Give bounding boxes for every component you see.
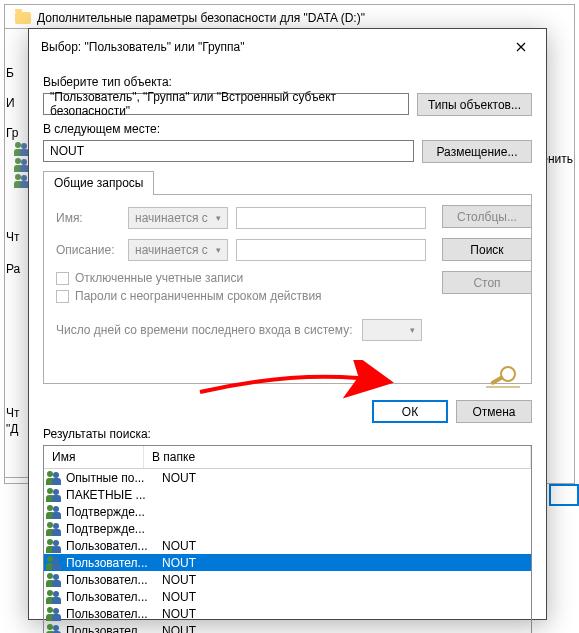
group-icon [46, 573, 62, 587]
group-icon [46, 522, 62, 536]
column-folder-header[interactable]: В папке [144, 446, 531, 468]
group-icon [46, 539, 62, 553]
stop-button[interactable]: Стоп [442, 271, 532, 294]
columns-button[interactable]: Столбцы... [442, 205, 532, 228]
row-name: Пользовател... [66, 539, 162, 553]
results-row[interactable]: Пользовател...NOUT [44, 588, 531, 605]
group-icon [46, 624, 62, 634]
location-button[interactable]: Размещение... [422, 140, 532, 163]
search-decoration-icon [486, 365, 520, 389]
row-folder: NOUT [162, 590, 529, 604]
results-header[interactable]: Имя В папке [44, 446, 531, 469]
results-row[interactable]: ПАКЕТНЫЕ ... [44, 486, 531, 503]
bg-ok-button-fragment [549, 484, 579, 506]
results-row[interactable]: Пользовател...NOUT [44, 571, 531, 588]
group-icon [46, 556, 62, 570]
column-name-header[interactable]: Имя [44, 446, 144, 468]
results-row[interactable]: Пользовател...NOUT [44, 622, 531, 633]
row-folder: NOUT [162, 539, 529, 553]
group-icon [46, 607, 62, 621]
row-folder: NOUT [162, 607, 529, 621]
row-folder: NOUT [162, 624, 529, 634]
description-input[interactable] [236, 239, 426, 261]
row-name: Пользовател... [66, 590, 162, 604]
row-name: Пользовател... [66, 624, 162, 634]
bg-text: Ра [6, 262, 20, 276]
svg-point-0 [501, 367, 515, 381]
name-label: Имя: [56, 211, 120, 225]
days-since-login-label: Число дней со времени последнего входа в… [56, 323, 352, 337]
group-icon [46, 488, 62, 502]
row-name: Пользовател... [66, 556, 162, 570]
dialog-title: Выбор: "Пользователь" или "Группа" [41, 40, 245, 54]
svg-rect-1 [490, 375, 504, 385]
bg-text: Чт [6, 230, 20, 244]
row-name: Подтвержде... [66, 505, 162, 519]
find-now-button[interactable]: Поиск [442, 238, 532, 261]
ok-button[interactable]: ОК [372, 400, 448, 423]
row-name: Пользовател... [66, 607, 162, 621]
results-row[interactable]: Опытные по...NOUT [44, 469, 531, 486]
description-label: Описание: [56, 243, 120, 257]
bg-text: Чт [6, 406, 20, 420]
results-row[interactable]: Пользовател...NOUT [44, 554, 531, 571]
group-icon [46, 590, 62, 604]
description-match-combo[interactable]: начинается с ▾ [128, 239, 228, 261]
object-types-button[interactable]: Типы объектов... [417, 93, 532, 116]
disabled-accounts-checkbox[interactable] [56, 272, 69, 285]
nonexpiring-pwd-label: Пароли с неограниченным сроком действия [75, 289, 322, 303]
name-match-combo[interactable]: начинается с ▾ [128, 207, 228, 229]
row-folder: NOUT [162, 573, 529, 587]
select-user-group-dialog: Выбор: "Пользователь" или "Группа" Выбер… [28, 28, 547, 620]
group-icon [46, 505, 62, 519]
row-folder: NOUT [162, 556, 529, 570]
row-name: Пользовател... [66, 573, 162, 587]
disabled-accounts-label: Отключенные учетные записи [75, 271, 243, 285]
bg-text: Гр [6, 126, 19, 140]
results-row[interactable]: Пользовател...NOUT [44, 605, 531, 622]
chevron-down-icon: ▾ [410, 325, 415, 335]
bg-text: И [6, 96, 15, 110]
row-name: Опытные по... [66, 471, 162, 485]
search-results-label: Результаты поиска: [29, 425, 546, 445]
folder-icon [15, 12, 31, 24]
results-row[interactable]: Подтвержде... [44, 520, 531, 537]
results-row[interactable]: Подтвержде... [44, 503, 531, 520]
chevron-down-icon: ▾ [216, 245, 221, 255]
days-combo[interactable]: ▾ [362, 319, 422, 341]
bg-text: Б [6, 66, 14, 80]
row-name: Подтвержде... [66, 522, 162, 536]
search-results-listview[interactable]: Имя В папке Опытные по...NOUTПАКЕТНЫЕ ..… [43, 445, 532, 633]
results-row[interactable]: Пользовател...NOUT [44, 537, 531, 554]
tab-common-queries[interactable]: Общие запросы [43, 171, 154, 195]
cancel-button[interactable]: Отмена [456, 400, 532, 423]
bg-group-icons [14, 142, 28, 190]
location-label: В следующем месте: [43, 122, 532, 136]
close-icon [516, 42, 526, 52]
chevron-down-icon: ▾ [216, 213, 221, 223]
row-folder: NOUT [162, 471, 529, 485]
nonexpiring-pwd-checkbox[interactable] [56, 290, 69, 303]
name-input[interactable] [236, 207, 426, 229]
object-type-field: "Пользователь", "Группа" или "Встроенный… [43, 93, 409, 115]
bg-text: "Д [6, 422, 18, 436]
close-button[interactable] [506, 37, 536, 57]
bg-window-title: Дополнительные параметры безопасности дл… [37, 11, 365, 25]
row-name: ПАКЕТНЫЕ ... [66, 488, 162, 502]
group-icon [46, 471, 62, 485]
object-type-label: Выберите тип объекта: [43, 75, 532, 89]
location-field: NOUT [43, 140, 414, 162]
